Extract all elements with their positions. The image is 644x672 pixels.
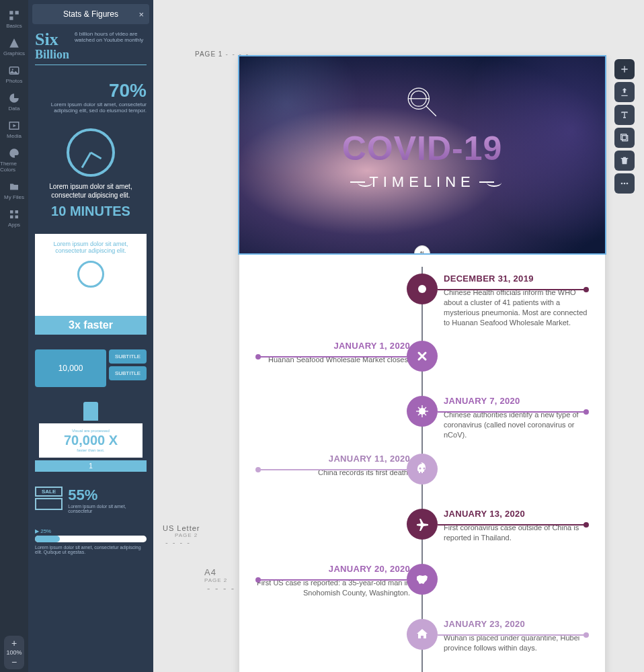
svg-point-32: [624, 183, 626, 185]
asset-progress-bar[interactable]: ▶ 25% Lorem ipsum dolor sit amet, consec…: [35, 528, 147, 554]
svg-line-26: [418, 413, 420, 415]
asset-panel: Stats & Figures × SixBillion 6 billion h…: [28, 0, 153, 672]
nav-graphics[interactable]: Graphics: [0, 33, 28, 60]
svg-rect-29: [622, 136, 628, 141]
timeline-event[interactable]: JANUARY 7, 2020 Chinese authorities iden…: [249, 396, 596, 440]
event-date: JANUARY 7, 2020: [444, 396, 588, 406]
svg-line-23: [418, 407, 420, 409]
connector-line: [438, 524, 586, 526]
svg-point-31: [621, 183, 623, 185]
skull-icon: [407, 454, 438, 485]
svg-point-17: [424, 288, 426, 290]
add-button[interactable]: [614, 59, 635, 79]
panel-header: Stats & Figures ×: [32, 4, 149, 24]
svg-rect-0: [9, 11, 13, 14]
svg-rect-10: [10, 216, 13, 219]
delete-button[interactable]: [614, 151, 635, 171]
event-date: JANUARY 13, 2020: [444, 509, 588, 519]
resize-handle[interactable]: ⇅: [414, 245, 430, 253]
event-description: First US case is reported: a 35-year-old…: [255, 578, 410, 598]
asset-70000x[interactable]: Visual are processed 70,000 X faster tha…: [35, 402, 147, 472]
text-button[interactable]: [614, 105, 635, 125]
svg-rect-30: [621, 134, 627, 140]
event-date: JANUARY 1, 2020: [255, 341, 410, 351]
svg-rect-2: [9, 17, 13, 20]
floating-toolbar: [614, 59, 635, 194]
nav-my-files[interactable]: My Files: [0, 177, 28, 204]
svg-point-27: [419, 467, 421, 469]
virus-icon: [407, 396, 438, 427]
x-icon: [407, 341, 438, 372]
clock-icon: [67, 128, 115, 177]
nav-media[interactable]: Media: [0, 116, 28, 143]
panel-title: Stats & Figures: [63, 9, 118, 19]
nav-photos[interactable]: Photos: [0, 60, 28, 88]
svg-rect-1: [15, 11, 19, 14]
banner-title: COVID-19: [239, 129, 605, 168]
connector-line: [438, 634, 586, 636]
banner-subtitle: TIMELINE: [239, 173, 605, 191]
canvas: PAGE 1 US LetterPAGE 2 A4PAGE 2 COVID-19…: [153, 0, 644, 672]
timeline-event[interactable]: JANUARY 13, 2020 First coronavirus case …: [249, 509, 596, 550]
svg-point-5: [12, 69, 13, 70]
asset-sale-55[interactable]: SALE 55% Lorem ipsum dolor sit amet, con…: [35, 487, 147, 513]
svg-line-14: [426, 106, 436, 116]
svg-rect-9: [15, 210, 19, 214]
copy-button[interactable]: [614, 128, 635, 148]
asset-70-percent[interactable]: 70% Lorem ipsum dolor sit amet, consecte…: [35, 80, 147, 114]
zoom-in-button[interactable]: +: [11, 638, 17, 648]
connector-line: [258, 579, 407, 581]
asset-3x-faster[interactable]: Lorem ipsum dolor sit amet, consectetur …: [35, 234, 147, 335]
asset-list[interactable]: SixBillion 6 billion hours of video are …: [28, 28, 153, 672]
magnifier-icon: [239, 85, 605, 122]
upload-button[interactable]: [614, 82, 635, 102]
asset-clock[interactable]: Lorem ipsum dolor sit amet, consectetur …: [35, 128, 147, 219]
event-date: DECEMBER 31, 2019: [444, 274, 588, 284]
event-description: Chinese Health officials inform the WHO …: [444, 288, 588, 327]
event-description: Chinese authorities identify a new type …: [444, 410, 588, 440]
timeline-event[interactable]: JANUARY 20, 2020 First US case is report…: [249, 564, 596, 605]
svg-marker-3: [9, 38, 19, 48]
event-date: JANUARY 23, 2020: [444, 619, 588, 629]
svg-rect-8: [10, 210, 13, 214]
svg-line-25: [424, 407, 426, 409]
sale-icon: SALE: [35, 487, 63, 513]
zoom-out-button[interactable]: −: [11, 657, 17, 667]
nav-basics[interactable]: Basics: [0, 5, 28, 33]
nav-data[interactable]: Data: [0, 88, 28, 116]
clipboard-icon: [83, 402, 98, 421]
connector-line: [258, 356, 407, 358]
svg-point-15: [418, 285, 426, 293]
asset-six-billion[interactable]: SixBillion 6 billion hours of video are …: [35, 31, 147, 65]
timeline-event[interactable]: JANUARY 1, 2020 Huanan Seafood Wholesale…: [249, 341, 596, 382]
asset-10000[interactable]: 10,000 SUBTITLE SUBTITLE: [35, 349, 147, 387]
svg-rect-11: [15, 216, 19, 219]
close-icon[interactable]: ×: [138, 9, 144, 19]
us-letter-label: US LetterPAGE 2: [163, 524, 200, 546]
svg-marker-7: [13, 124, 17, 128]
zoom-control: + 100% −: [4, 636, 24, 669]
connector-line: [438, 289, 586, 290]
clock-icon: [77, 261, 104, 288]
event-description: Wuhan is placed under quarantine, Hubei …: [444, 633, 588, 653]
connector-line: [438, 411, 586, 413]
svg-line-24: [424, 413, 426, 415]
more-button[interactable]: [614, 173, 635, 194]
plane-icon: [407, 509, 438, 540]
banner[interactable]: COVID-19 TIMELINE ⇅: [239, 56, 605, 253]
connector-line: [258, 469, 407, 470]
nav-apps[interactable]: Apps: [0, 204, 28, 232]
document[interactable]: COVID-19 TIMELINE ⇅ DECEMBER 31, 2019 Ch…: [239, 56, 605, 672]
timeline-event[interactable]: JANUARY 23, 2020 Wuhan is placed under q…: [249, 619, 596, 661]
zoom-value: 100%: [6, 649, 22, 656]
timeline-event[interactable]: DECEMBER 31, 2019 Chinese Health officia…: [249, 274, 596, 327]
svg-point-16: [419, 288, 421, 290]
timeline[interactable]: DECEMBER 31, 2019 Chinese Health officia…: [239, 253, 605, 672]
event-description: First coronavirus case outside of China …: [444, 523, 588, 543]
svg-point-33: [627, 183, 629, 185]
a4-label: A4PAGE 2: [204, 567, 235, 593]
event-date: JANUARY 11, 2020: [255, 454, 410, 464]
usa-icon: [407, 564, 438, 595]
timeline-event[interactable]: JANUARY 11, 2020 China records its first…: [249, 454, 596, 495]
nav-theme-colors[interactable]: Theme Colors: [0, 143, 28, 177]
